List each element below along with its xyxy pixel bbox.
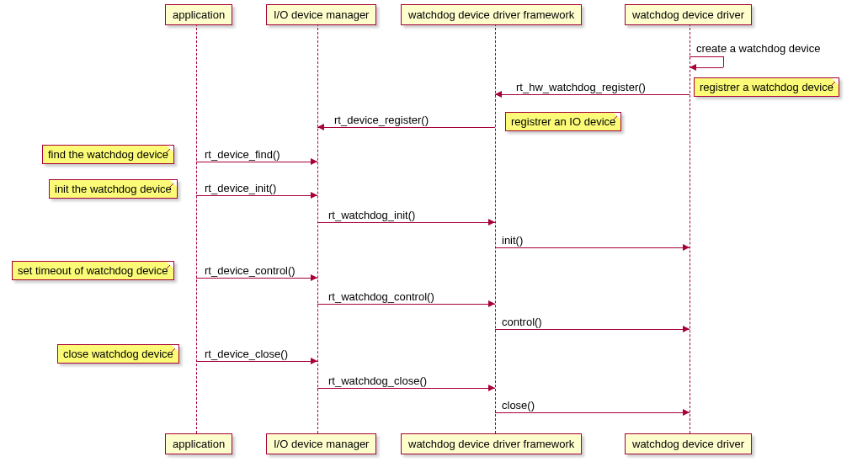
arrow-m2 (317, 127, 495, 128)
participant-io-bottom: I/O device manager (266, 433, 376, 454)
label-m10: rt_device_close() (205, 348, 288, 360)
note-init: init the watchdog device (49, 179, 178, 199)
head-m1 (495, 91, 502, 98)
arrow-m8 (317, 304, 495, 305)
note-timeout: set timeout of watchdog device (12, 261, 174, 280)
participant-fw-top: watchdog device driver framework (401, 4, 582, 25)
head-m2 (317, 124, 324, 130)
head-m5 (488, 219, 495, 226)
arrow-m6 (495, 247, 690, 248)
arrow-m9 (495, 329, 690, 330)
participant-app-top: application (165, 4, 232, 25)
label-m6: init() (502, 234, 523, 247)
head-m10 (311, 358, 317, 364)
arrow-m5 (317, 222, 495, 223)
self-arrow-top (690, 56, 723, 57)
participant-io-top: I/O device manager (266, 4, 376, 25)
arrow-m10 (196, 361, 317, 362)
lifeline-fw (495, 24, 496, 433)
participant-drv-top: watchdog device driver (625, 4, 752, 25)
head-m11 (488, 385, 495, 391)
participant-fw-bottom: watchdog device driver framework (401, 433, 582, 454)
note-reg-wd: registrer a watchdog device (694, 77, 839, 97)
arrow-m11 (317, 388, 495, 389)
note-find: find the watchdog device (42, 145, 174, 164)
arrow-m3 (196, 162, 317, 162)
lifeline-drv (690, 24, 690, 433)
head-m7 (311, 274, 317, 281)
label-m1: rt_hw_watchdog_register() (516, 81, 646, 93)
arrow-m7 (196, 278, 317, 279)
head-m9 (683, 326, 690, 332)
label-m7: rt_device_control() (205, 264, 296, 277)
label-m11: rt_watchdog_close() (328, 374, 427, 387)
head-m8 (488, 300, 495, 307)
label-m12: close() (502, 399, 535, 412)
arrow-m1 (495, 94, 690, 95)
head-m4 (311, 192, 317, 199)
arrow-m4 (196, 195, 317, 196)
label-m9: control() (502, 316, 542, 328)
label-m3: rt_device_find() (205, 148, 280, 161)
self-arrow-v (723, 56, 724, 67)
msg-create: create a watchdog device (696, 42, 820, 55)
note-reg-io: registrer an IO device (505, 112, 621, 131)
participant-app-bottom: application (165, 433, 232, 454)
participant-drv-bottom: watchdog device driver (625, 433, 752, 454)
lifeline-app (196, 24, 197, 433)
label-m8: rt_watchdog_control() (328, 290, 434, 303)
head-m3 (311, 158, 317, 165)
lifeline-io (317, 24, 318, 433)
note-close: close watchdog device (57, 344, 179, 364)
label-m2: rt_device_register() (334, 114, 429, 126)
label-m5: rt_watchdog_init() (328, 209, 415, 221)
head-m12 (683, 409, 690, 416)
head-m6 (683, 244, 690, 251)
label-m4: rt_device_init() (205, 182, 276, 194)
self-arrow-head (690, 64, 696, 71)
arrow-m12 (495, 412, 690, 413)
